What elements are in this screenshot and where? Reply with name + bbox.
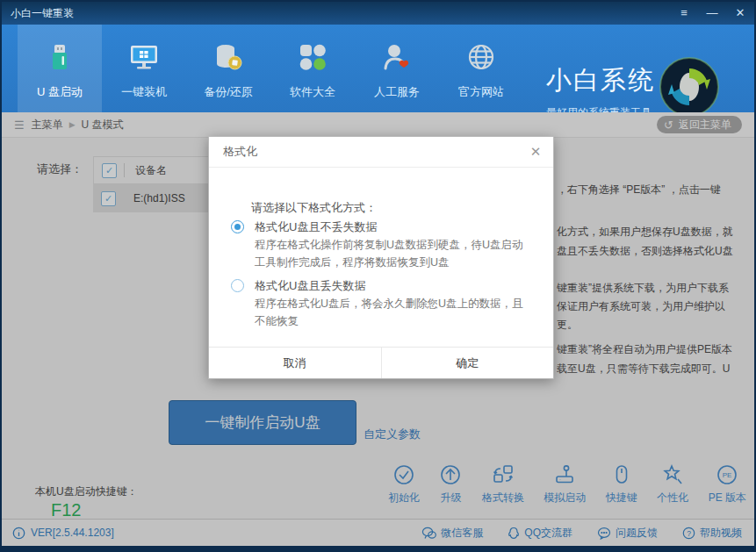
ok-button[interactable]: 确定 xyxy=(382,348,554,378)
nav-label: U 盘启动 xyxy=(37,84,83,100)
menu-icon[interactable]: ≡ xyxy=(677,2,691,25)
nav-label: 一键装机 xyxy=(121,84,167,100)
monitor-icon xyxy=(128,39,160,75)
dialog-close-icon[interactable]: ✕ xyxy=(529,144,543,160)
nav-item-support[interactable]: 人工服务 xyxy=(355,25,439,112)
nav-item-software[interactable]: 软件大全 xyxy=(270,25,355,112)
top-navigation: U 盘启动 一键装机 xyxy=(2,25,754,112)
option-keep-data-desc: 程序在格式化操作前将复制U盘数据到硬盘，待U盘启动工具制作完成后，程序将数据恢复… xyxy=(255,236,534,271)
cancel-button[interactable]: 取消 xyxy=(209,348,382,378)
nav-item-one-key-install[interactable]: 一键装机 xyxy=(102,25,186,112)
minimize-icon[interactable]: — xyxy=(705,2,719,25)
close-icon[interactable]: ✕ xyxy=(733,2,747,25)
nav-item-usb-boot[interactable]: U 盘启动 xyxy=(18,25,102,112)
nav-label: 软件大全 xyxy=(290,84,335,100)
app-window: 小白一键重装 ≡ — ✕ U 盘启动 xyxy=(0,0,756,552)
radio-keep-data[interactable] xyxy=(231,220,244,233)
software-icon xyxy=(298,39,328,75)
app-title: 小白一键重装 xyxy=(11,6,74,21)
nav-item-backup-restore[interactable]: 备份/还原 xyxy=(186,25,270,112)
option-keep-data-label[interactable]: 格式化U盘且不丢失数据 xyxy=(255,219,377,235)
format-dialog: 格式化 ✕ 请选择以下格式化方式： 格式化U盘且不丢失数据 程序在格式化操作前将… xyxy=(208,136,554,379)
nav-label: 官方网站 xyxy=(458,84,504,100)
brand-title: 小白系统 xyxy=(546,63,655,98)
nav-item-website[interactable]: 官方网站 xyxy=(439,25,523,112)
nav-label: 备份/还原 xyxy=(204,84,253,100)
window-controls: ≡ — ✕ xyxy=(677,2,747,25)
option-lose-data-desc: 程序在格式化U盘后，将会永久删除您U盘上的数据，且不能恢复 xyxy=(255,295,534,330)
usb-icon xyxy=(45,39,75,75)
globe-icon xyxy=(466,39,496,75)
dialog-footer: 取消 确定 xyxy=(209,347,553,378)
service-icon xyxy=(382,39,412,75)
brand-logo-icon xyxy=(659,56,720,118)
nav-items: U 盘启动 一键装机 xyxy=(18,25,523,112)
dialog-header: 格式化 ✕ xyxy=(209,137,553,168)
dialog-prompt: 请选择以下格式化方式： xyxy=(251,200,377,216)
radio-lose-data[interactable] xyxy=(231,279,244,292)
title-bar: 小白一键重装 ≡ — ✕ xyxy=(2,2,754,25)
option-lose-data-label[interactable]: 格式化U盘且丢失数据 xyxy=(255,278,365,294)
nav-label: 人工服务 xyxy=(374,84,420,100)
dialog-title: 格式化 xyxy=(223,144,257,160)
backup-icon xyxy=(213,39,243,75)
